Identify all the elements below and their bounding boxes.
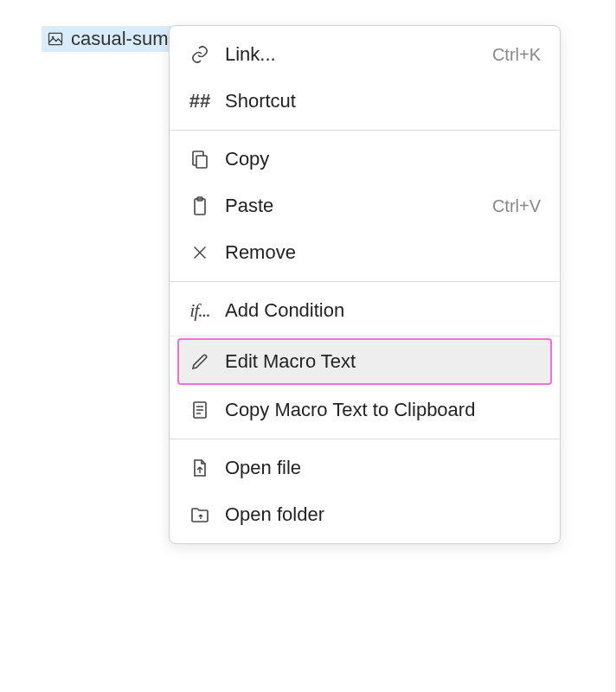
open-folder-icon: [189, 503, 211, 526]
menu-paste[interactable]: Paste Ctrl+V: [170, 183, 560, 229]
menu-remove[interactable]: Remove: [170, 229, 560, 276]
menu-add-condition[interactable]: if... Add Condition: [170, 287, 560, 334]
separator: [170, 336, 560, 336]
menu-link[interactable]: Link... Ctrl+K: [170, 31, 560, 78]
menu-open-folder-label: Open folder: [225, 503, 541, 526]
menu-copy-macro[interactable]: Copy Macro Text to Clipboard: [170, 387, 560, 433]
menu-paste-shortcut: Ctrl+V: [492, 196, 541, 216]
separator: [170, 281, 560, 282]
menu-edit-macro[interactable]: Edit Macro Text: [177, 338, 552, 385]
copy-icon: [189, 148, 211, 170]
pencil-icon: [189, 350, 211, 373]
link-icon: [189, 43, 211, 66]
image-icon: [47, 30, 64, 48]
open-file-icon: [189, 457, 211, 479]
menu-edit-macro-label: Edit Macro Text: [225, 350, 541, 373]
separator: [170, 130, 560, 131]
menu-add-condition-label: Add Condition: [225, 299, 541, 322]
menu-copy-label: Copy: [225, 148, 541, 170]
menu-copy[interactable]: Copy: [170, 136, 560, 183]
if-icon: if...: [189, 299, 211, 322]
menu-link-label: Link...: [225, 43, 478, 66]
menu-open-folder[interactable]: Open folder: [170, 491, 560, 538]
menu-paste-label: Paste: [225, 195, 478, 217]
menu-shortcut-label: Shortcut: [225, 90, 541, 112]
menu-remove-label: Remove: [225, 241, 541, 264]
menu-shortcut[interactable]: ## Shortcut: [170, 78, 560, 125]
separator: [170, 439, 560, 439]
context-menu: Link... Ctrl+K ## Shortcut Copy Paste Ct…: [169, 25, 561, 544]
svg-rect-2: [196, 156, 207, 168]
menu-link-shortcut: Ctrl+K: [492, 45, 541, 65]
svg-rect-0: [49, 33, 62, 44]
clipboard-text-icon: [189, 399, 211, 421]
menu-copy-macro-label: Copy Macro Text to Clipboard: [225, 399, 541, 421]
hash-icon: ##: [189, 90, 211, 112]
menu-open-file[interactable]: Open file: [170, 445, 560, 491]
close-icon: [189, 241, 211, 264]
paste-icon: [189, 195, 211, 217]
menu-open-file-label: Open file: [225, 457, 541, 479]
